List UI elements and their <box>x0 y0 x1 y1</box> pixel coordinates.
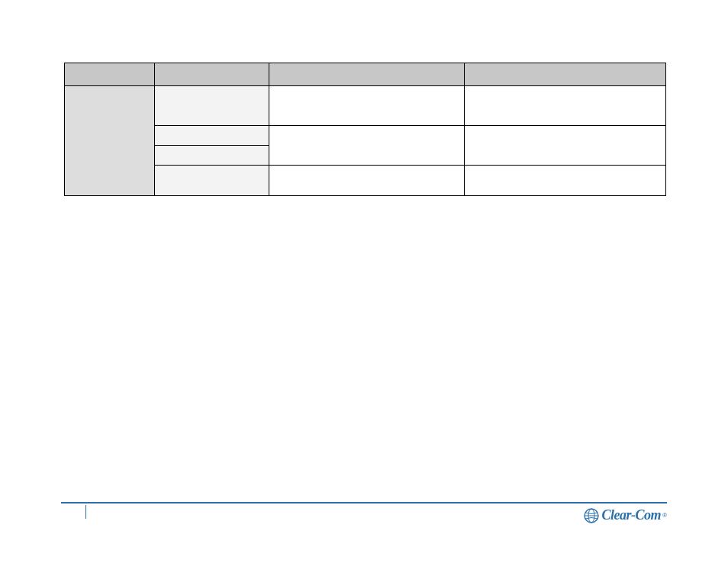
table-row <box>65 166 666 196</box>
spec-table <box>64 63 666 196</box>
col-header-2 <box>155 63 269 86</box>
brand-logo: Clear-Com ® <box>584 507 667 523</box>
brand-registered: ® <box>662 512 667 519</box>
table-row <box>65 126 666 146</box>
row-2-3-col-4 <box>465 126 666 166</box>
row-group-label <box>65 86 155 196</box>
row-sub-2 <box>155 126 269 146</box>
brand-name: Clear-Com <box>602 507 662 523</box>
row-2-3-col-3 <box>269 126 465 166</box>
footer-separator <box>85 505 86 519</box>
footer-rule <box>61 502 667 503</box>
table-row <box>65 86 666 126</box>
row-sub-1 <box>155 86 269 126</box>
page-root: Clear-Com ® <box>0 0 728 563</box>
row-1-col-4 <box>465 86 666 126</box>
row-4-col-4 <box>465 166 666 196</box>
spec-table-wrap <box>64 63 665 196</box>
row-4-col-3 <box>269 166 465 196</box>
col-header-3 <box>269 63 465 86</box>
col-header-1 <box>65 63 155 86</box>
col-header-4 <box>465 63 666 86</box>
row-1-col-3 <box>269 86 465 126</box>
table-header-row <box>65 63 666 86</box>
globe-icon <box>584 508 599 523</box>
row-sub-3 <box>155 146 269 166</box>
row-sub-4 <box>155 166 269 196</box>
